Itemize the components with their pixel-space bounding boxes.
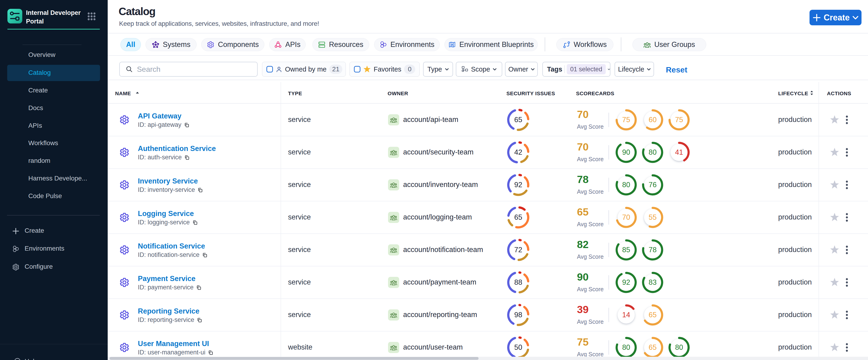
svg-text:A: A bbox=[451, 43, 453, 47]
